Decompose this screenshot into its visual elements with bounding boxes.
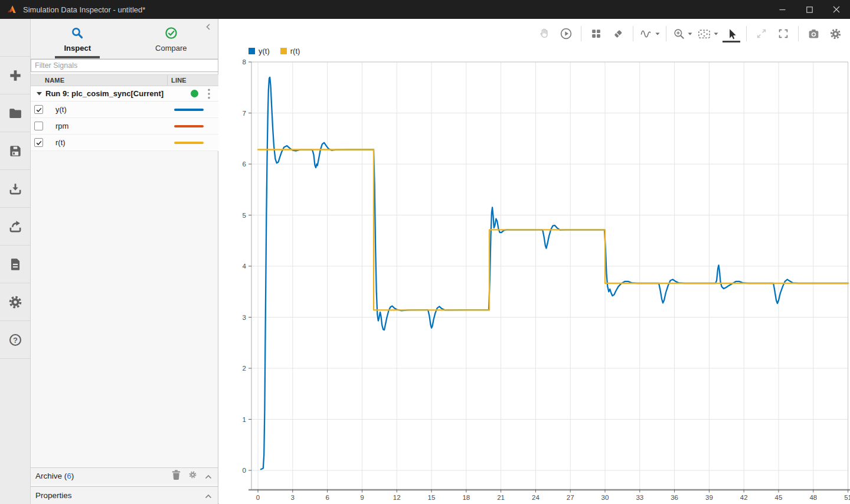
replay-button[interactable]	[557, 25, 575, 42]
svg-text:3: 3	[243, 314, 246, 321]
svg-text:15: 15	[428, 494, 436, 501]
svg-text:48: 48	[809, 494, 817, 501]
signal-browser-panel: Inspect Compare NAME LINE Run	[31, 19, 218, 504]
tick-labels: 0369121518212427303336394245485101234567…	[243, 58, 850, 501]
toolbar-separator	[666, 26, 666, 41]
snapshot-button[interactable]	[805, 25, 822, 42]
minimize-button[interactable]	[769, 0, 796, 19]
fit-to-view-icon	[697, 27, 712, 41]
add-run-button[interactable]	[0, 57, 30, 94]
main-toolbar-strip: ?	[0, 19, 31, 504]
signal-name: y(t)	[55, 105, 67, 114]
gear-icon	[8, 294, 23, 310]
properties-label: Properties	[35, 491, 72, 500]
layout-button[interactable]	[587, 25, 605, 42]
tab-compare[interactable]: Compare	[125, 19, 218, 58]
legend-item[interactable]: y(t)	[249, 47, 270, 55]
maximize-icon	[806, 6, 813, 13]
collapse-run-icon[interactable]	[37, 91, 42, 96]
document-icon	[8, 257, 23, 272]
active-tab-underline	[55, 56, 100, 58]
tab-inspect[interactable]: Inspect	[31, 19, 125, 58]
chevron-left-icon	[205, 23, 212, 31]
signal-checkbox[interactable]	[34, 105, 43, 114]
filter-signals-input[interactable]	[31, 59, 218, 72]
signal-name: r(t)	[55, 138, 66, 147]
svg-text:4: 4	[243, 263, 247, 270]
svg-text:9: 9	[360, 494, 364, 501]
svg-text:39: 39	[705, 494, 713, 501]
export-icon	[8, 219, 23, 234]
run-label: Run 9: plc_cosim_sync[Current]	[45, 89, 164, 98]
archive-delete-button[interactable]	[172, 470, 181, 482]
run-row[interactable]: Run 9: plc_cosim_sync[Current]	[31, 86, 218, 102]
close-button[interactable]	[823, 0, 850, 19]
svg-text:27: 27	[567, 494, 574, 501]
svg-text:7: 7	[243, 110, 246, 117]
plot-canvas[interactable]: 0369121518212427303336394245485101234567…	[224, 57, 850, 504]
pan-button[interactable]	[535, 25, 553, 42]
toolbar-separator	[746, 26, 747, 41]
eraser-icon	[612, 27, 625, 40]
simulation-data-inspector-window: Simulation Data Inspector - untitled*	[0, 0, 850, 504]
replay-icon	[559, 27, 573, 41]
svg-text:30: 30	[601, 494, 609, 501]
archive-section-header[interactable]: Archive (6)	[31, 467, 218, 484]
properties-section-header[interactable]: Properties	[31, 486, 218, 504]
minimize-icon	[779, 6, 786, 13]
plot-settings-button[interactable]	[826, 25, 844, 42]
expand-button[interactable]	[753, 25, 770, 42]
signal-row[interactable]: y(t)	[31, 102, 218, 118]
series-r(t)	[258, 150, 848, 310]
fullscreen-icon	[777, 27, 790, 40]
gear-icon	[829, 27, 842, 41]
collapse-panel-button[interactable]	[205, 22, 213, 31]
signal-checkbox[interactable]	[34, 122, 43, 130]
legend-swatch	[249, 48, 255, 54]
svg-text:8: 8	[243, 58, 246, 66]
signal-checkbox[interactable]	[34, 138, 43, 147]
help-button[interactable]: ?	[0, 321, 30, 359]
svg-text:?: ?	[13, 335, 18, 344]
series-y(t)	[261, 77, 848, 469]
svg-text:2: 2	[243, 365, 246, 372]
properties-collapse-button[interactable]	[205, 490, 212, 501]
svg-text:1: 1	[243, 416, 246, 423]
chevron-up-icon	[205, 474, 212, 479]
archive-collapse-button[interactable]	[205, 471, 212, 482]
archive-settings-button[interactable]	[188, 470, 197, 482]
signal-row[interactable]: rpm	[31, 118, 218, 135]
gridlines	[251, 62, 848, 489]
signal-row[interactable]: r(t)	[31, 135, 218, 151]
legend-label: r(t)	[290, 47, 300, 55]
create-report-button[interactable]	[0, 246, 30, 283]
archive-label: Archive (6)	[35, 472, 74, 480]
preferences-button[interactable]	[0, 283, 30, 321]
legend-item[interactable]: r(t)	[280, 47, 300, 55]
svg-text:12: 12	[393, 494, 401, 501]
check-icon	[35, 106, 42, 113]
table-header: NAME LINE	[31, 74, 218, 86]
plot-toolbar	[535, 22, 844, 45]
fit-to-view-button[interactable]	[697, 25, 718, 42]
import-button[interactable]	[0, 170, 30, 208]
trash-icon	[172, 470, 181, 480]
eraser-button[interactable]	[609, 25, 627, 42]
zoom-in-button[interactable]	[672, 25, 692, 42]
maximize-button[interactable]	[796, 0, 823, 19]
open-button[interactable]	[0, 94, 30, 132]
fullscreen-button[interactable]	[774, 25, 792, 42]
tab-compare-label: Compare	[155, 44, 187, 53]
pointer-button[interactable]	[722, 25, 740, 42]
import-icon	[8, 181, 23, 197]
save-icon	[8, 143, 23, 159]
run-menu-button[interactable]	[205, 88, 213, 100]
save-button[interactable]	[0, 132, 30, 170]
run-status-dot	[191, 90, 198, 97]
signal-trace-button[interactable]	[639, 25, 660, 42]
svg-text:3: 3	[291, 494, 295, 501]
export-button[interactable]	[0, 208, 30, 246]
svg-text:0: 0	[256, 494, 260, 501]
cursor-arrow-icon	[725, 27, 738, 41]
toolbar-spacer	[0, 19, 30, 57]
